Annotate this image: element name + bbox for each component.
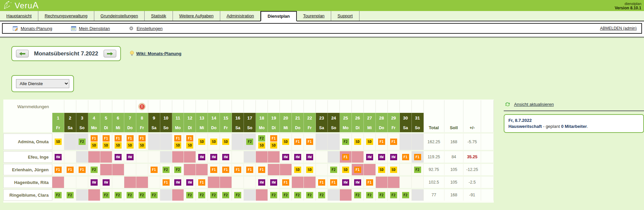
tab-statistik[interactable]: Statistik — [145, 11, 173, 21]
shift-cell-day-5[interactable]: F2 — [100, 189, 112, 201]
shift-cell-day-15[interactable]: HW — [220, 151, 232, 163]
shift-cell-day-30[interactable]: F1 — [400, 151, 412, 163]
shift-cell-day-28[interactable]: HW — [376, 151, 388, 163]
shift-cell-day-11[interactable]: F1SD — [172, 134, 184, 150]
shift-cell-day-13[interactable]: F2 — [196, 189, 208, 201]
shift-cell-day-4[interactable] — [88, 151, 100, 163]
shift-cell-day-2[interactable]: F1 — [64, 164, 76, 175]
shift-cell-day-12[interactable]: HW — [184, 177, 196, 188]
shift-cell-day-12[interactable]: F1SD — [184, 134, 196, 150]
shift-cell-day-24[interactable]: F1 — [328, 177, 340, 188]
shift-cell-day-14[interactable]: SD — [208, 134, 220, 150]
shift-cell-day-19[interactable]: F1SD — [268, 134, 280, 150]
shift-cell-day-3[interactable]: F1 — [76, 164, 88, 175]
shift-cell-day-18[interactable]: F1 — [256, 164, 268, 175]
subnav-item-monats-planung[interactable]: Monats-Planung — [13, 26, 52, 31]
shift-cell-day-6[interactable]: F2 — [112, 189, 124, 201]
shift-cell-day-11[interactable] — [172, 151, 184, 163]
shift-cell-day-2[interactable] — [64, 134, 76, 150]
shift-cell-day-28[interactable] — [376, 177, 388, 188]
shift-cell-day-7[interactable] — [124, 164, 136, 175]
shift-cell-day-14[interactable]: HW — [208, 151, 220, 163]
shift-cell-day-31[interactable] — [412, 189, 424, 201]
shift-cell-day-25[interactable] — [340, 189, 352, 201]
shift-cell-day-25[interactable]: F2 — [340, 134, 352, 150]
wiki-link[interactable]: Wiki: Monats-Planung — [130, 51, 182, 56]
shift-cell-day-26[interactable]: F1 — [352, 164, 364, 175]
shift-cell-day-19[interactable]: F2 — [268, 189, 280, 201]
shift-cell-day-6[interactable] — [112, 177, 124, 188]
shift-cell-day-10[interactable] — [160, 134, 172, 150]
shift-cell-day-6[interactable]: HW — [112, 151, 124, 163]
tab-weitere-aufgaben[interactable]: Weitere Aufgaben — [173, 11, 220, 21]
shift-cell-day-8[interactable] — [136, 164, 148, 175]
shift-cell-day-16[interactable]: F1 — [232, 164, 244, 175]
shift-cell-day-25[interactable]: SD — [340, 164, 352, 175]
shift-cell-day-5[interactable] — [100, 164, 112, 175]
shift-cell-day-1[interactable] — [52, 177, 64, 188]
shift-cell-day-28[interactable]: F2 — [376, 189, 388, 201]
shift-cell-day-16[interactable] — [232, 151, 244, 163]
shift-cell-day-14[interactable]: F1 — [208, 164, 220, 175]
next-month-button[interactable] — [104, 50, 116, 57]
shift-cell-day-3[interactable] — [76, 177, 88, 188]
shift-cell-day-3[interactable]: F2 — [76, 134, 88, 150]
shift-cell-day-4[interactable]: F1SD — [88, 134, 100, 150]
shift-cell-day-14[interactable] — [208, 177, 220, 188]
shift-cell-day-27[interactable]: F2 — [364, 189, 376, 201]
shift-cell-day-7[interactable] — [124, 177, 136, 188]
shift-cell-day-24[interactable] — [328, 134, 340, 150]
shift-cell-day-29[interactable] — [388, 177, 400, 188]
shift-cell-day-21[interactable]: F1 — [292, 134, 304, 150]
tab-dienstplan[interactable]: Dienstplan — [261, 11, 297, 21]
shift-cell-day-28[interactable]: SD — [376, 164, 388, 175]
dienst-filter-select[interactable]: Alle Dienste — [16, 79, 69, 88]
shift-cell-day-26[interactable] — [352, 151, 364, 163]
shift-cell-day-22[interactable]: SD — [304, 164, 316, 175]
shift-cell-day-12[interactable] — [184, 164, 196, 175]
shift-cell-day-28[interactable]: F1 — [376, 134, 388, 150]
shift-cell-day-8[interactable] — [136, 151, 148, 163]
subnav-item-mein-dienstplan[interactable]: Mein Dienstplan — [71, 26, 110, 31]
shift-cell-day-22[interactable]: F2 — [304, 189, 316, 201]
shift-cell-day-10[interactable]: F2 — [160, 164, 172, 175]
logout-link[interactable]: ABMELDEN (admin) — [600, 26, 637, 31]
shift-cell-day-10[interactable]: F1 — [160, 177, 172, 188]
shift-cell-day-13[interactable]: F1 — [196, 177, 208, 188]
shift-cell-day-13[interactable]: HW — [196, 151, 208, 163]
shift-cell-day-8[interactable]: F2 — [136, 189, 148, 201]
shift-cell-day-29[interactable]: HW — [388, 151, 400, 163]
shift-cell-day-26[interactable]: SD — [352, 134, 364, 150]
shift-cell-day-12[interactable]: F2 — [184, 189, 196, 201]
shift-cell-day-17[interactable]: F2 — [244, 134, 256, 150]
refresh-row[interactable]: Ansicht aktualisieren — [504, 100, 644, 111]
shift-cell-day-4[interactable]: F2 — [88, 164, 100, 175]
previous-month-button[interactable] — [16, 50, 29, 57]
shift-cell-day-14[interactable]: F2 — [208, 189, 220, 201]
shift-cell-day-7[interactable]: F2 — [124, 189, 136, 201]
warn-cell-day-8[interactable]: ! — [136, 100, 148, 113]
shift-cell-day-25[interactable]: HW — [340, 177, 352, 188]
shift-cell-day-26[interactable]: HW — [352, 177, 364, 188]
shift-cell-day-6[interactable] — [112, 164, 124, 175]
shift-cell-day-21[interactable]: F2 — [292, 189, 304, 201]
shift-cell-day-16[interactable] — [232, 134, 244, 150]
shift-cell-day-19[interactable]: HW — [268, 177, 280, 188]
shift-cell-day-9[interactable] — [148, 134, 160, 150]
shift-cell-day-31[interactable]: F1 — [412, 151, 424, 163]
shift-cell-day-15[interactable]: F1 — [220, 164, 232, 175]
shift-cell-day-24[interactable] — [328, 189, 340, 201]
shift-cell-day-2[interactable] — [64, 177, 76, 188]
shift-cell-day-5[interactable]: HW — [100, 177, 112, 188]
shift-cell-day-10[interactable] — [160, 151, 172, 163]
shift-cell-day-18[interactable] — [256, 189, 268, 201]
shift-cell-day-4[interactable] — [88, 189, 100, 201]
shift-cell-day-18[interactable]: F2SD — [256, 134, 268, 150]
shift-cell-day-20[interactable] — [280, 164, 292, 175]
shift-cell-day-13[interactable]: SD — [196, 134, 208, 150]
shift-cell-day-26[interactable]: F2 — [352, 189, 364, 201]
shift-cell-day-5[interactable]: F1SD — [100, 134, 112, 150]
shift-cell-day-3[interactable] — [76, 151, 88, 163]
shift-cell-day-17[interactable] — [244, 189, 256, 201]
shift-cell-day-23[interactable]: F2 — [316, 189, 328, 201]
